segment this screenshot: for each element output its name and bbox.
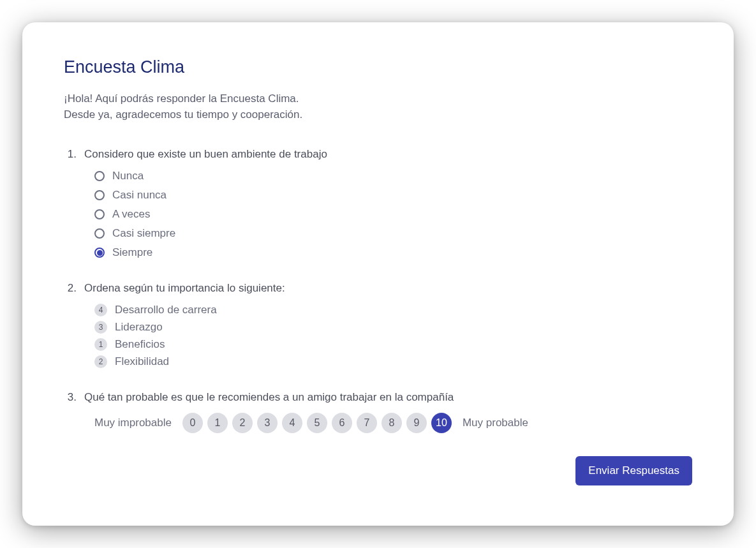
question-number: 1. xyxy=(64,148,77,161)
question-1-header: 1. Considero que existe un buen ambiente… xyxy=(64,148,692,161)
nps-chip-3[interactable]: 3 xyxy=(257,413,278,433)
radio-icon xyxy=(94,228,105,239)
radio-label: Casi nunca xyxy=(112,189,167,202)
radio-label: A veces xyxy=(112,208,151,221)
nps-chip-7[interactable]: 7 xyxy=(357,413,377,433)
survey-title: Encuesta Clima xyxy=(64,57,692,77)
question-number: 3. xyxy=(64,391,77,404)
question-3: 3. Qué tan probable es que le recomiende… xyxy=(64,391,692,433)
survey-intro: ¡Hola! Aquí podrás responder la Encuesta… xyxy=(64,91,692,122)
question-text: Qué tan probable es que le recomiendes a… xyxy=(84,391,454,404)
question-2: 2. Ordena según tu importancia lo siguie… xyxy=(64,282,692,368)
radio-label: Nunca xyxy=(112,170,144,182)
nps-chip-4[interactable]: 4 xyxy=(282,413,302,433)
intro-line-2: Desde ya, agradecemos tu tiempo y cooper… xyxy=(64,107,692,123)
nps-chip-9[interactable]: 9 xyxy=(406,413,427,433)
nps-scale: Muy improbable 012345678910Muy probable xyxy=(64,413,692,433)
nps-high-label: Muy probable xyxy=(463,417,528,429)
rank-label: Flexibilidad xyxy=(115,355,169,368)
question-text: Ordena según tu importancia lo siguiente… xyxy=(84,282,285,295)
radio-label: Casi siempre xyxy=(112,227,175,240)
submit-button[interactable]: Enviar Respuestas xyxy=(575,456,692,485)
nps-chip-6[interactable]: 6 xyxy=(332,413,352,433)
question-text: Considero que existe un buen ambiente de… xyxy=(84,148,327,161)
radio-icon xyxy=(94,171,105,181)
rank-item[interactable]: 3Liderazgo xyxy=(94,321,692,334)
nps-chip-2[interactable]: 2 xyxy=(232,413,253,433)
radio-option[interactable]: Casi nunca xyxy=(94,189,692,202)
question-number: 2. xyxy=(64,282,77,295)
question-1-options: NuncaCasi nuncaA vecesCasi siempreSiempr… xyxy=(64,170,692,259)
question-2-header: 2. Ordena según tu importancia lo siguie… xyxy=(64,282,692,295)
rank-label: Liderazgo xyxy=(115,321,163,334)
radio-option[interactable]: Siempre xyxy=(94,246,692,259)
intro-line-1: ¡Hola! Aquí podrás responder la Encuesta… xyxy=(64,91,692,107)
rank-badge: 3 xyxy=(94,321,107,334)
rank-item[interactable]: 1Beneficios xyxy=(94,338,692,351)
radio-icon xyxy=(94,190,105,200)
rank-badge: 1 xyxy=(94,338,107,351)
rank-label: Beneficios xyxy=(115,338,165,351)
radio-option[interactable]: A veces xyxy=(94,208,692,221)
rank-label: Desarrollo de carrera xyxy=(115,304,217,316)
radio-icon xyxy=(94,209,105,219)
question-2-items: 4Desarrollo de carrera3Liderazgo1Benefic… xyxy=(64,304,692,368)
nps-chip-8[interactable]: 8 xyxy=(382,413,402,433)
nps-chip-0[interactable]: 0 xyxy=(182,413,203,433)
rank-badge: 2 xyxy=(94,355,107,368)
radio-icon xyxy=(94,248,105,258)
nps-chip-5[interactable]: 5 xyxy=(307,413,327,433)
nps-chip-10[interactable]: 10 xyxy=(431,413,452,433)
question-3-header: 3. Qué tan probable es que le recomiende… xyxy=(64,391,692,404)
submit-row: Enviar Respuestas xyxy=(64,456,692,485)
rank-item[interactable]: 4Desarrollo de carrera xyxy=(94,304,692,316)
nps-chip-1[interactable]: 1 xyxy=(207,413,228,433)
radio-label: Siempre xyxy=(112,246,152,259)
radio-option[interactable]: Nunca xyxy=(94,170,692,182)
rank-item[interactable]: 2Flexibilidad xyxy=(94,355,692,368)
radio-option[interactable]: Casi siempre xyxy=(94,227,692,240)
rank-badge: 4 xyxy=(94,304,107,316)
survey-card: Encuesta Clima ¡Hola! Aquí podrás respon… xyxy=(22,22,734,526)
nps-low-label: Muy improbable xyxy=(94,417,172,429)
question-1: 1. Considero que existe un buen ambiente… xyxy=(64,148,692,259)
